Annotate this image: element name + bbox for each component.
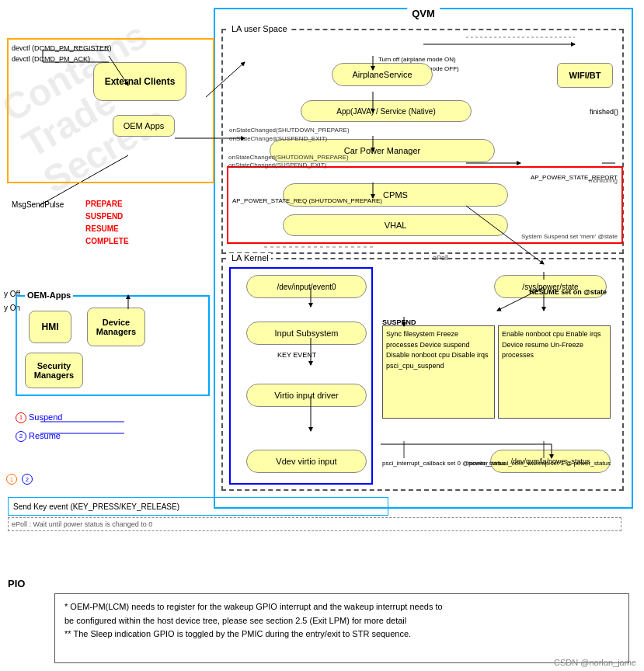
epoll-bottom-box: ePoll : Wait until power status is chang… bbox=[8, 517, 621, 531]
dev-input-box: /dev/input/event0 bbox=[246, 275, 367, 298]
bottom-note: * OEM-PM(LCM) needs to register for the … bbox=[54, 593, 629, 663]
airplane-service-box: AirplaneService bbox=[332, 63, 433, 86]
bottom-note-line2: be configured within the host device tre… bbox=[64, 614, 619, 628]
external-clients-box: External Clients bbox=[93, 62, 186, 101]
suspend-circle: 1 bbox=[16, 412, 26, 423]
resume-box: Enable nonboot cpu Enable irqs Device re… bbox=[498, 325, 611, 419]
csdn-label: CSDN @norlan_jame bbox=[554, 658, 636, 667]
vhal-box: VHAL bbox=[283, 214, 508, 236]
app-java-box: App(JAVA) / Service (Native) bbox=[301, 100, 472, 122]
msg-send-pulse: MsgSendPulse bbox=[12, 200, 64, 209]
la-kernel-label: LA Kernel bbox=[229, 253, 271, 262]
wifi-bt-box: WIFI/BT bbox=[557, 63, 613, 88]
finished-label: finished() bbox=[590, 108, 618, 116]
oem-apps-box-label: OEM-Apps bbox=[25, 290, 73, 300]
virtio-input-box: Virtio input driver bbox=[246, 384, 367, 407]
power-states-labels: PREPARE SUSPEND RESUME COMPLETE bbox=[85, 198, 129, 248]
ap-power-state-req: AP_POWER_STATE_REQ (SHUTDOWN_PREPARE) bbox=[232, 197, 382, 205]
device-managers-box: Device Managers bbox=[87, 308, 145, 346]
bottom-note-line3: ** The Sleep indication GPIO is toggled … bbox=[64, 628, 619, 641]
resume-circle: 2 bbox=[16, 431, 26, 442]
on-state-changed-labels2: onStateChanged(SHUTDOWN_PREPARE) onState… bbox=[228, 154, 349, 170]
input-subsystem-box: Input Subsystem bbox=[246, 322, 367, 345]
qvm-outer-box: QVM LA user Space WIFI/BT Turn off (airp… bbox=[214, 8, 633, 509]
qvm-label: QVM bbox=[407, 8, 440, 19]
la-user-space-label: LA user Space bbox=[229, 24, 290, 33]
cpms-container: onStateChanged(SHUTDOWN_PREPARE) onState… bbox=[227, 166, 623, 244]
bottom-note-line1: * OEM-PM(LCM) needs to register for the … bbox=[64, 600, 619, 614]
security-managers-box: Security Managers bbox=[25, 353, 83, 388]
vdev-virtio-box: Vdev virtio input bbox=[246, 450, 367, 473]
la-kernel-box: LA Kernel /dev/input/event0 Input Subsys… bbox=[221, 258, 624, 491]
suspend-box: Sync filesystem Freeze processes Device … bbox=[382, 325, 495, 419]
pio-label: PIO bbox=[8, 578, 25, 589]
main-container: Contains Trade Secrets bbox=[0, 0, 644, 671]
oem-apps-small-box: OEM Apps bbox=[113, 115, 175, 137]
monitor-virtual-label: monitor_virtual_core_wakeup set 1 @ powe… bbox=[468, 460, 611, 468]
hmi-box: HMI bbox=[29, 311, 71, 343]
ap-power-state-report: AP_POWER_STATE_REPORT bbox=[531, 174, 618, 181]
la-user-space-box: LA user Space WIFI/BT Turn off (airplane… bbox=[221, 29, 624, 254]
number-labels: 1 2 bbox=[6, 474, 35, 485]
key-event-label: KEY EVENT bbox=[277, 351, 316, 359]
suspend-resume-text: 1 Suspend 2 Resume bbox=[16, 410, 62, 444]
on-state-changed-labels1: onStateChanged(SHUTDOWN_PREPARE) onState… bbox=[229, 126, 350, 143]
oem-apps-box: OEM-Apps HMI Device Managers Security Ma… bbox=[16, 295, 210, 396]
resume-kernel-label: RESUME set on @state bbox=[529, 287, 607, 297]
system-suspend-label: System Suspend set 'mem' @state bbox=[521, 233, 618, 241]
devctl-labels: devctl (DCMD_PM_REGISTER) devctl (DCMD_P… bbox=[12, 43, 112, 65]
